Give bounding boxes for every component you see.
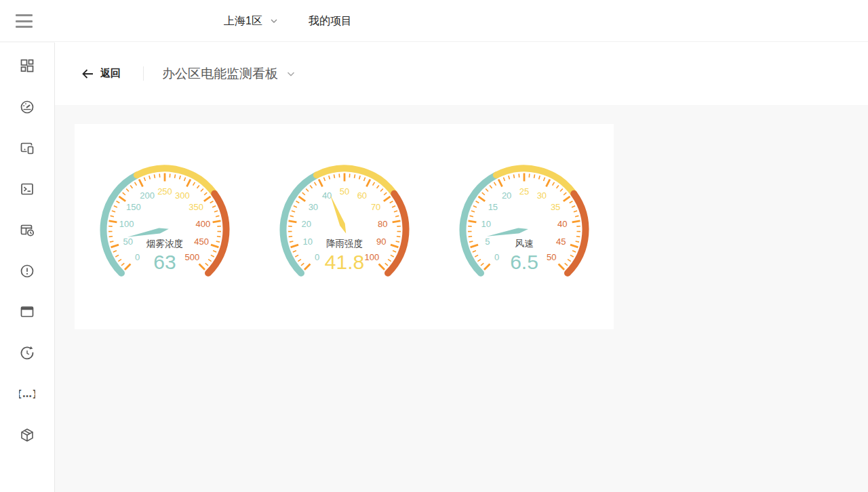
- svg-text:25: 25: [519, 186, 528, 197]
- chevron-down-icon: [285, 68, 296, 79]
- svg-text:500: 500: [184, 252, 199, 262]
- gauge-cell: 050100150200250300350400450500烟雾浓度63: [75, 162, 254, 304]
- alert-circle-icon: [19, 263, 35, 279]
- gauge-smoke-concentration: 050100150200250300350400450500烟雾浓度63: [87, 162, 243, 304]
- region-selector[interactable]: 上海1区: [224, 0, 279, 42]
- svg-text:60: 60: [357, 190, 366, 201]
- menu-icon[interactable]: [16, 14, 33, 28]
- gauge-cell: 0102030405060708090100降雨强度41.8: [254, 162, 434, 304]
- svg-text:90: 90: [376, 237, 385, 247]
- svg-text:0: 0: [494, 252, 499, 262]
- svg-text:80: 80: [378, 219, 387, 229]
- svg-text:降雨强度: 降雨强度: [326, 239, 363, 249]
- main-content: 返回 办公区电能监测看板 050100150200250300350400450…: [55, 42, 868, 492]
- svg-text:20: 20: [501, 190, 511, 201]
- gauge-cell: 05101520253035404550风速6.5: [434, 162, 614, 304]
- page-header: 返回 办公区电能监测看板: [55, 42, 868, 105]
- gauge-rainfall-intensity: 0102030405060708090100降雨强度41.8: [267, 162, 422, 304]
- svg-text:100: 100: [364, 252, 379, 262]
- svg-text:400: 400: [195, 219, 210, 229]
- gauge-wind-speed: 05101520253035404550风速6.5: [446, 162, 602, 304]
- svg-text:450: 450: [194, 237, 209, 247]
- page-title: 办公区电能监测看板: [162, 65, 278, 83]
- sidebar-item-gauge[interactable]: [0, 87, 54, 128]
- sidebar-item-api[interactable]: {…}: [0, 373, 54, 415]
- svg-text:50: 50: [339, 186, 349, 197]
- gauge-icon: [19, 99, 35, 115]
- back-label: 返回: [100, 67, 121, 80]
- arrow-left-icon: [81, 68, 94, 79]
- top-navbar: 上海1区 我的项目: [0, 0, 868, 42]
- svg-text:5: 5: [485, 237, 490, 247]
- sidebar-item-history[interactable]: [0, 333, 54, 374]
- svg-text:20: 20: [301, 219, 311, 229]
- sidebar-item-dashboards[interactable]: [0, 45, 54, 87]
- svg-text:250: 250: [157, 186, 172, 197]
- svg-text:30: 30: [308, 202, 317, 212]
- header-divider: [143, 66, 144, 81]
- nav-item-my-projects[interactable]: 我的项目: [309, 0, 352, 42]
- svg-text:6.5: 6.5: [510, 251, 538, 273]
- sidebar-item-applications[interactable]: [0, 291, 54, 333]
- svg-text:35: 35: [550, 202, 559, 212]
- svg-text:45: 45: [555, 237, 565, 247]
- package-icon: [19, 427, 35, 443]
- svg-text:10: 10: [302, 237, 312, 247]
- sidebar-item-products[interactable]: [0, 415, 54, 456]
- svg-text:{…}: {…}: [19, 388, 35, 399]
- svg-text:70: 70: [370, 202, 380, 212]
- svg-text:200: 200: [140, 190, 155, 201]
- braces-icon: {…}: [19, 386, 35, 402]
- svg-text:烟雾浓度: 烟雾浓度: [146, 239, 183, 249]
- svg-text:40: 40: [557, 219, 567, 229]
- window-icon: [19, 304, 35, 320]
- svg-text:100: 100: [119, 219, 134, 229]
- svg-text:0: 0: [315, 252, 319, 262]
- svg-text:15: 15: [488, 202, 497, 212]
- table-clock-icon: [19, 222, 35, 238]
- terminal-icon: [19, 181, 35, 197]
- svg-text:30: 30: [536, 190, 546, 201]
- chevron-down-icon: [269, 16, 279, 26]
- sidebar-item-devices[interactable]: [0, 127, 54, 169]
- svg-text:41.8: 41.8: [324, 251, 363, 273]
- gauge-panel-card: 050100150200250300350400450500烟雾浓度63 010…: [75, 124, 614, 329]
- svg-text:10: 10: [481, 219, 490, 229]
- history-icon: [19, 345, 35, 361]
- svg-text:50: 50: [547, 252, 556, 262]
- gauge-row: 050100150200250300350400450500烟雾浓度63 010…: [75, 124, 614, 304]
- svg-text:350: 350: [189, 202, 203, 212]
- dashboard-title-dropdown[interactable]: 办公区电能监测看板: [162, 65, 296, 83]
- region-selector-label: 上海1区: [224, 14, 262, 28]
- devices-icon: [19, 140, 35, 156]
- svg-text:50: 50: [123, 237, 132, 247]
- dashboard-grid-icon: [19, 58, 35, 74]
- svg-text:150: 150: [126, 202, 141, 212]
- svg-text:63: 63: [153, 251, 176, 273]
- svg-text:40: 40: [321, 190, 331, 201]
- sidebar-item-alerts[interactable]: [0, 251, 54, 292]
- svg-text:风速: 风速: [515, 239, 534, 249]
- back-button[interactable]: 返回: [81, 67, 121, 80]
- svg-text:300: 300: [175, 190, 190, 201]
- sidebar: {…}: [0, 43, 55, 492]
- sidebar-item-terminal[interactable]: [0, 169, 54, 210]
- svg-text:0: 0: [135, 252, 140, 262]
- sidebar-item-data-table[interactable]: [0, 209, 54, 251]
